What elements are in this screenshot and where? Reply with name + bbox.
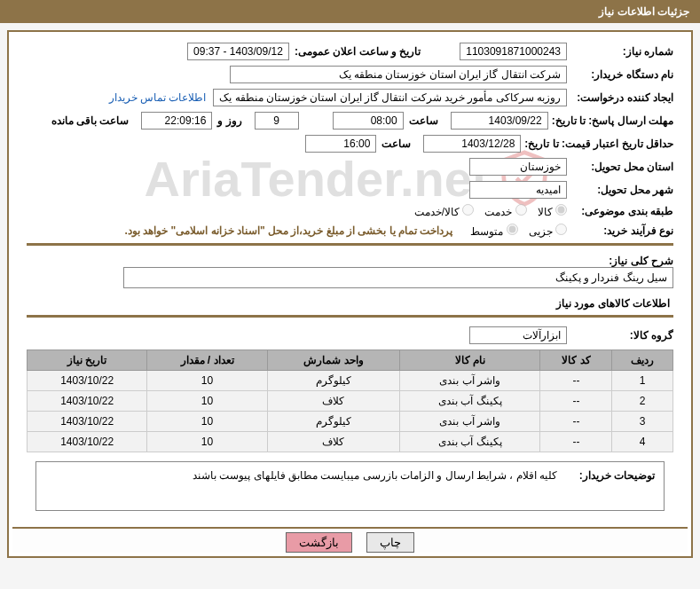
buyer-contact-link[interactable]: اطلاعات تماس خریدار: [109, 91, 207, 104]
table-cell: پکینگ آب بندی: [400, 391, 540, 412]
table-cell: 1403/10/22: [28, 432, 147, 452]
print-button[interactable]: چاپ: [366, 532, 414, 553]
table-cell: --: [540, 371, 612, 391]
time-label-1: ساعت: [404, 114, 444, 127]
province-label: استان محل تحویل:: [567, 161, 673, 173]
table-cell: 4: [612, 432, 673, 452]
table-cell: --: [540, 432, 612, 452]
table-header: واحد شمارش: [267, 350, 400, 371]
buyer-notes-box: توضیحات خریدار: کلیه اقلام ، شرایط ارسال…: [35, 461, 665, 511]
response-deadline-label: مهلت ارسال پاسخ: تا تاریخ:: [548, 114, 673, 127]
city-value: امیدیه: [469, 181, 567, 199]
table-cell: 3: [612, 412, 673, 432]
response-date: 1403/09/22: [451, 112, 548, 130]
table-cell: واشر آب بندی: [400, 371, 540, 391]
buyer-org-value: شرکت انتقال گاز ایران استان خوزستان منطق…: [230, 66, 567, 83]
days-remaining: 9: [255, 112, 299, 130]
table-cell: 10: [147, 371, 267, 391]
announce-date-value: 1403/09/12 - 09:37: [187, 43, 289, 60]
table-cell: 1403/10/22: [28, 371, 147, 391]
category-option-both[interactable]: کالا/خدمت: [414, 204, 475, 218]
price-validity-label: حداقل تاریخ اعتبار قیمت: تا تاریخ:: [521, 137, 673, 150]
description-value: سیل رینگ فنردار و پکینگ: [123, 267, 673, 288]
table-cell: 1: [612, 371, 673, 391]
announce-date-label: تاریخ و ساعت اعلان عمومی:: [289, 45, 426, 58]
response-time: 08:00: [333, 112, 404, 130]
table-header: تاریخ نیاز: [28, 350, 147, 371]
category-option-service[interactable]: خدمت: [484, 204, 526, 218]
table-cell: پکینگ آب بندی: [400, 432, 540, 452]
table-header: نام کالا: [400, 350, 540, 371]
remain-label: ساعت باقی مانده: [46, 114, 135, 127]
table-cell: کلاف: [267, 432, 400, 452]
goods-group-label: گروه کالا:: [567, 329, 673, 342]
time-label-2: ساعت: [376, 137, 416, 150]
divider-1: [27, 243, 673, 246]
button-row: چاپ بازگشت: [12, 527, 688, 553]
buyer-org-label: نام دستگاه خریدار:: [567, 68, 673, 81]
price-validity-date: 1403/12/28: [423, 135, 521, 153]
table-cell: 1403/10/22: [28, 412, 147, 432]
table-row: 3--واشر آب بندیکیلوگرم101403/10/22: [28, 412, 673, 432]
price-validity-time: 16:00: [305, 135, 376, 153]
form-container: AriaTender.net شماره نیاز: 1103091871000…: [7, 30, 693, 558]
process-option-minor[interactable]: جزیی: [529, 224, 567, 238]
process-label: نوع فرآیند خرید:: [567, 224, 673, 237]
table-cell: 10: [147, 391, 267, 412]
buyer-notes-label: توضیحات خریدار:: [557, 469, 655, 503]
table-header: کد کالا: [540, 350, 612, 371]
table-cell: 10: [147, 432, 267, 452]
city-label: شهر محل تحویل:: [567, 184, 673, 196]
goods-table: ردیفکد کالانام کالاواحد شمارشتعداد / مقد…: [27, 349, 673, 452]
table-cell: --: [540, 412, 612, 432]
table-header: تعداد / مقدار: [147, 350, 267, 371]
table-cell: 10: [147, 412, 267, 432]
table-cell: واشر آب بندی: [400, 412, 540, 432]
page-header: جزئیات اطلاعات نیاز: [0, 0, 700, 23]
table-row: 2--پکینگ آب بندیکلاف101403/10/22: [28, 391, 673, 412]
goods-section-title: اطلاعات کالاهای مورد نیاز: [27, 297, 673, 310]
table-cell: کیلوگرم: [267, 371, 400, 391]
table-cell: کیلوگرم: [267, 412, 400, 432]
process-option-medium[interactable]: متوسط: [470, 224, 517, 238]
table-header: ردیف: [612, 350, 673, 371]
description-label: شرح کلی نیاز:: [567, 255, 673, 267]
countdown-time: 22:09:16: [141, 112, 212, 130]
requester-label: ایجاد کننده درخواست:: [567, 91, 673, 104]
back-button[interactable]: بازگشت: [286, 532, 352, 553]
goods-group-value: ابزارآلات: [469, 326, 567, 344]
table-cell: کلاف: [267, 391, 400, 412]
requester-value: روزبه سرکاکی مأمور خرید شرکت انتقال گاز …: [213, 89, 567, 106]
table-cell: --: [540, 391, 612, 412]
need-no-value: 1103091871000243: [460, 43, 567, 60]
category-label: طبقه بندی موضوعی:: [567, 205, 673, 217]
table-cell: 2: [612, 391, 673, 412]
divider-2: [27, 315, 673, 318]
payment-note: پرداخت تمام یا بخشی از مبلغ خرید،از محل …: [125, 224, 453, 237]
buyer-notes-text: کلیه اقلام ، شرایط ارسال و الزامات بازرس…: [45, 469, 557, 503]
table-row: 1--واشر آب بندیکیلوگرم101403/10/22: [28, 371, 673, 391]
table-row: 4--پکینگ آب بندیکلاف101403/10/22: [28, 432, 673, 452]
days-label: روز و: [212, 114, 247, 127]
table-cell: 1403/10/22: [28, 391, 147, 412]
province-value: خوزستان: [469, 158, 567, 176]
need-no-label: شماره نیاز:: [567, 45, 673, 58]
category-option-goods[interactable]: کالا: [538, 204, 567, 218]
